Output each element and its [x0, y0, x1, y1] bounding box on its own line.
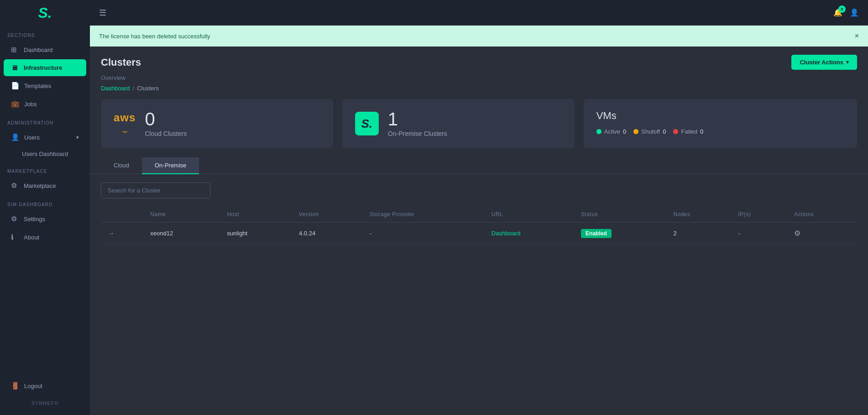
topbar-left: ☰ [99, 8, 106, 18]
sidebar-item-jobs[interactable]: 💼 Jobs [4, 95, 86, 113]
sidebar-item-users[interactable]: 👤 Users ▾ [4, 129, 86, 146]
page-header: Clusters Cluster Actions ▾ [90, 47, 868, 74]
tabs-row: Cloud On-Premise [90, 157, 868, 174]
notification-button[interactable]: 🔔 9 [833, 8, 842, 17]
vms-shutoff-count: 0 [663, 128, 666, 135]
col-actions: Actions [787, 207, 857, 223]
jobs-icon: 💼 [11, 100, 20, 108]
breadcrumb-current: Clusters [137, 85, 159, 92]
sidebar-item-settings[interactable]: ⚙ Settings [4, 210, 86, 228]
topbar: ☰ 🔔 9 👤 [90, 0, 868, 26]
page-title: Clusters [101, 57, 141, 68]
sidebar-item-logout[interactable]: 🚪 Logout [4, 377, 86, 394]
vms-active-status: Active 0 [596, 128, 627, 135]
table-header: Name Host Version Storage Provider URL S… [101, 207, 857, 223]
tab-on-premise[interactable]: On-Premise [142, 157, 199, 174]
sidebar-bottom: 🚪 Logout SYNNEFO [0, 377, 90, 415]
row-version: 4.0.24 [292, 223, 362, 244]
col-status: Status [574, 207, 666, 223]
notification-badge: 9 [838, 5, 846, 13]
sidebar-item-label: Settings [24, 216, 45, 223]
vms-stats: Active 0 Shutoff 0 Failed 0 [596, 128, 844, 135]
sidebar-item-label: About [24, 234, 39, 241]
col-arrow [101, 207, 143, 223]
row-storage-provider: - [362, 223, 484, 244]
vms-card: VMs Active 0 Shutoff 0 Failed [584, 99, 857, 148]
marketplace-label: MARKETPLACE [0, 161, 90, 176]
logout-icon: 🚪 [11, 382, 20, 390]
col-host: Host [220, 207, 292, 223]
cloud-cluster-label: Cloud Clusters [145, 130, 187, 137]
cloud-cluster-count: 0 [145, 110, 187, 128]
sidebar-item-dashboard[interactable]: ⊞ Dashboard [4, 41, 86, 58]
sidebar-item-label: Marketplace [24, 182, 56, 189]
cloud-stat-info: 0 Cloud Clusters [145, 110, 187, 137]
sidebar-item-marketplace[interactable]: ⚙ Marketplace [4, 177, 86, 194]
col-ips: IP(s) [731, 207, 787, 223]
vms-failed-status: Failed 0 [673, 128, 703, 135]
table-row: → xeond12 sunlight 4.0.24 - Dashboard En… [101, 223, 857, 244]
col-name: Name [143, 207, 220, 223]
vms-shutoff-status: Shutoff 0 [633, 128, 666, 135]
sidebar-item-label: Jobs [24, 101, 37, 108]
breadcrumb-home-link[interactable]: Dashboard [101, 85, 130, 92]
table-section: Name Host Version Storage Provider URL S… [90, 182, 868, 244]
sidebar-item-templates[interactable]: 📄 Templates [4, 77, 86, 94]
about-icon: ℹ [11, 233, 19, 241]
vms-title: VMs [596, 110, 844, 122]
content-area: The license has been deleted successfull… [90, 26, 868, 415]
sidebar-item-label: Infrastructure [24, 64, 63, 71]
row-status: Enabled [574, 223, 666, 244]
aws-logo: aws ⌣ [114, 111, 136, 136]
row-url: Dashboard [484, 223, 574, 244]
on-premise-cluster-count: 1 [388, 110, 447, 128]
user-profile-button[interactable]: 👤 [850, 8, 859, 17]
row-arrow[interactable]: → [101, 223, 143, 244]
stats-row: aws ⌣ 0 Cloud Clusters S. 1 On-Premise C… [90, 99, 868, 157]
sidebar-logo: S. [0, 0, 90, 26]
on-premise-stat-info: 1 On-Premise Clusters [388, 110, 447, 137]
cluster-actions-button[interactable]: Cluster Actions ▾ [791, 55, 857, 70]
alert-close-button[interactable]: × [855, 32, 859, 40]
users-icon: 👤 [11, 133, 20, 141]
row-actions: ⚙ [787, 223, 857, 244]
dashboard-link[interactable]: Dashboard [492, 230, 521, 237]
sidebar-item-label: Users [24, 134, 40, 141]
active-dot [596, 129, 601, 134]
hamburger-button[interactable]: ☰ [99, 8, 106, 18]
tab-cloud[interactable]: Cloud [101, 157, 142, 174]
sidebar-item-users-dashboard[interactable]: Users Dashboard [4, 147, 86, 161]
search-input[interactable] [101, 182, 210, 198]
col-version: Version [292, 207, 362, 223]
row-actions-button[interactable]: ⚙ [794, 229, 800, 238]
row-ips: - [731, 223, 787, 244]
breadcrumb-separator: / [133, 85, 135, 92]
sidebar: S. SECTIONS ⊞ Dashboard 🖥 Infrastructure… [0, 0, 90, 415]
marketplace-icon: ⚙ [11, 182, 19, 190]
table-body: → xeond12 sunlight 4.0.24 - Dashboard En… [101, 223, 857, 244]
settings-icon: ⚙ [11, 215, 19, 223]
sidebar-item-about[interactable]: ℹ About [4, 228, 86, 246]
vms-shutoff-label: Shutoff [641, 128, 660, 135]
templates-icon: 📄 [11, 82, 20, 90]
caret-down-icon: ▾ [846, 59, 849, 65]
main-area: ☰ 🔔 9 👤 The license has been deleted suc… [90, 0, 868, 415]
vms-failed-count: 0 [700, 128, 703, 135]
sidebar-item-infrastructure[interactable]: 🖥 Infrastructure [4, 59, 86, 76]
alert-message: The license has been deleted successfull… [99, 33, 210, 40]
overview-label: Overview [90, 74, 868, 83]
breadcrumb: Dashboard / Clusters [90, 83, 868, 99]
administration-label: ADMINISTRATION [0, 113, 90, 128]
col-nodes: Nodes [666, 207, 731, 223]
sections-label: SECTIONS [0, 26, 90, 41]
cloud-clusters-card: aws ⌣ 0 Cloud Clusters [101, 99, 333, 148]
topbar-right: 🔔 9 👤 [833, 8, 859, 17]
sidebar-item-label: Logout [24, 383, 42, 389]
vms-active-label: Active [604, 128, 620, 135]
cluster-actions-label: Cluster Actions [800, 59, 843, 66]
row-nodes: 2 [666, 223, 731, 244]
vms-active-count: 0 [623, 128, 626, 135]
row-name: xeond12 [143, 223, 220, 244]
col-storage-provider: Storage Provider [362, 207, 484, 223]
chevron-down-icon: ▾ [76, 135, 79, 140]
